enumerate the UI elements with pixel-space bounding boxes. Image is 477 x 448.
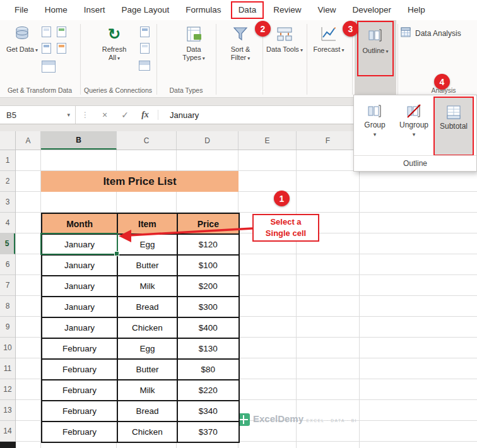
table-icon[interactable] (139, 61, 150, 71)
row-header[interactable]: 10 (0, 338, 15, 358)
group-divider (80, 24, 81, 95)
cell-price[interactable]: $220 (178, 380, 240, 401)
row-header[interactable]: 9 (0, 317, 15, 338)
row-header[interactable]: 3 (0, 192, 15, 213)
column-header[interactable]: E (238, 131, 297, 150)
cell-item[interactable]: Chicken (118, 318, 177, 339)
tab-formulas[interactable]: Formulas (177, 1, 229, 20)
menu-item-ungroup[interactable]: Ungroup ▾ (394, 97, 433, 156)
watermark: ExcelDemy EXCEL · DATA · BI (237, 413, 357, 426)
cell-price[interactable]: $130 (178, 339, 240, 360)
database-icon (13, 23, 32, 45)
cell-month[interactable]: February (42, 339, 118, 360)
cell-month[interactable]: January (42, 276, 118, 297)
header-cell-price[interactable]: Price (178, 214, 240, 235)
cell-item[interactable]: Egg (118, 339, 177, 360)
tab-home[interactable]: Home (37, 1, 76, 20)
document-icon[interactable] (140, 27, 150, 37)
formula-input[interactable]: January (170, 110, 199, 120)
cell-month[interactable]: February (42, 401, 118, 422)
cell-item[interactable]: Milk (118, 380, 177, 401)
row-header[interactable]: 4 (0, 213, 15, 233)
cell-item[interactable]: Egg (118, 235, 177, 256)
cell-price[interactable]: $100 (178, 256, 240, 276)
sort-filter-button[interactable]: Sort & Filter▾ (222, 23, 259, 62)
selected-cell-b5[interactable] (40, 233, 118, 255)
column-header[interactable]: F (297, 131, 360, 150)
watermark-tagline: EXCEL · DATA · BI (307, 418, 357, 423)
tab-developer[interactable]: Developer (344, 1, 399, 20)
tab-file[interactable]: File (6, 1, 37, 20)
forecast-button[interactable]: Forecast▾ (310, 23, 347, 54)
cell-item[interactable]: Bread (118, 297, 177, 318)
table-icon[interactable] (42, 61, 56, 73)
menu-item-subtotal[interactable]: Subtotal (433, 97, 474, 156)
tab-help[interactable]: Help (399, 1, 433, 20)
cell-price[interactable]: $400 (178, 318, 240, 339)
get-data-label: Get Data (6, 45, 34, 53)
row-header[interactable]: 6 (0, 254, 15, 275)
name-box[interactable]: B5 ▾ (0, 106, 76, 124)
insert-function-icon[interactable]: fx (135, 110, 155, 120)
row-header[interactable]: 14 (0, 421, 15, 442)
document-icon[interactable] (57, 43, 66, 54)
chevron-down-icon[interactable]: ▾ (67, 112, 70, 118)
refresh-all-button[interactable]: ↻ Refresh All▾ (96, 23, 132, 62)
cell-item[interactable]: Bread (118, 401, 177, 422)
cell-item[interactable]: Butter (118, 256, 177, 276)
row-header[interactable]: 5 (0, 233, 15, 254)
cell-item[interactable]: Butter (118, 360, 177, 380)
title-banner-cell[interactable]: Item Price List (41, 171, 238, 192)
menu-item-group[interactable]: Group ▾ (355, 97, 394, 156)
document-icon[interactable] (57, 27, 66, 37)
cell-month[interactable]: February (42, 422, 118, 443)
document-icon[interactable] (140, 43, 150, 54)
cell-price[interactable]: $200 (178, 276, 240, 297)
document-icon[interactable] (42, 27, 51, 37)
column-header[interactable]: D (177, 131, 238, 150)
tab-review[interactable]: Review (265, 1, 309, 20)
enter-icon[interactable]: ✓ (115, 110, 135, 120)
header-cell-month[interactable]: Month (42, 214, 118, 235)
cell-month[interactable]: February (42, 380, 118, 401)
tab-view[interactable]: View (309, 1, 344, 20)
cell-price[interactable]: $340 (178, 401, 240, 422)
tab-data[interactable]: Data (231, 1, 264, 19)
cell-price[interactable]: $120 (178, 235, 240, 256)
row-header[interactable]: 2 (0, 171, 15, 192)
get-data-button[interactable]: Get Data▾ (4, 23, 40, 54)
column-header[interactable]: C (117, 131, 177, 150)
column-header[interactable]: B (41, 131, 117, 150)
row-header[interactable]: 1 (0, 150, 15, 171)
cell-price[interactable]: $300 (178, 297, 240, 318)
row-header[interactable]: 13 (0, 400, 15, 421)
row-header[interactable]: 8 (0, 296, 15, 317)
tab-insert[interactable]: Insert (76, 1, 114, 20)
sheet-grid[interactable]: Item Price List Month Item Price January… (16, 150, 477, 448)
cell-month[interactable]: January (42, 297, 118, 318)
data-analysis-button[interactable]: Data Analysis (400, 27, 461, 40)
data-tools-button[interactable]: Data Tools▾ (266, 23, 303, 54)
tab-page-layout[interactable]: Page Layout (114, 1, 178, 20)
cell-month[interactable]: January (42, 318, 118, 339)
data-analysis-icon (400, 27, 411, 40)
row-header[interactable]: 12 (0, 379, 15, 400)
select-all-corner[interactable] (0, 131, 16, 150)
chevron-down-icon: ▾ (117, 56, 120, 61)
header-cell-item[interactable]: Item (118, 214, 177, 235)
document-icon[interactable] (42, 43, 51, 54)
cell-price[interactable]: $80 (178, 360, 240, 380)
cell-price[interactable]: $370 (178, 422, 240, 443)
cell-month[interactable]: February (42, 360, 118, 380)
cell-item[interactable]: Milk (118, 276, 177, 297)
outline-button[interactable]: Outline▾ (357, 21, 394, 76)
cell-month[interactable]: January (42, 256, 118, 276)
column-header[interactable]: A (16, 131, 41, 150)
data-types-button[interactable]: Data Types▾ (175, 23, 212, 62)
row-header[interactable]: 7 (0, 275, 15, 296)
outline-label: Outline (363, 47, 385, 54)
step-badge-1: 1 (274, 191, 290, 206)
cancel-icon[interactable]: × (95, 110, 115, 120)
cell-item[interactable]: Chicken (118, 422, 177, 443)
row-header[interactable]: 11 (0, 358, 15, 379)
